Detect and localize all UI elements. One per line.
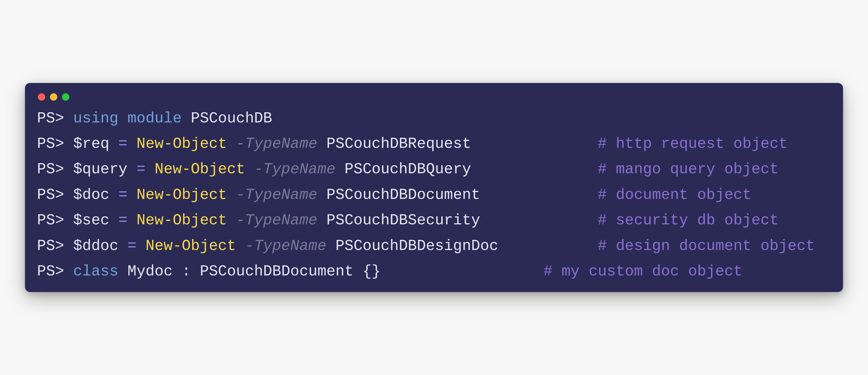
code-token <box>317 186 327 203</box>
code-line: PS> $ddoc = New-Object -TypeName PSCouch… <box>37 238 831 255</box>
code-token: $sec <box>73 212 118 229</box>
code-token: # my custom doc object <box>544 263 742 280</box>
close-icon[interactable] <box>38 93 45 100</box>
zoom-icon[interactable] <box>62 93 69 100</box>
code-line: PS> $query = New-Object -TypeName PSCouc… <box>37 161 831 178</box>
code-line: PS> using module PSCouchDB <box>37 110 831 127</box>
code-token: = <box>136 161 146 178</box>
code-token: PSCouchDBRequest <box>327 135 598 152</box>
code-token: = <box>118 186 127 203</box>
code-token: Mydoc <box>118 263 182 280</box>
code-token: PS> <box>37 161 73 178</box>
code-token: PS> <box>37 135 73 152</box>
code-token: New-Object <box>146 237 236 255</box>
code-token: PSCouchDBQuery <box>344 161 598 178</box>
code-token: module <box>127 110 182 127</box>
code-token: # http request object <box>598 135 788 152</box>
code-token <box>127 186 136 203</box>
code-token <box>236 237 245 255</box>
code-token: New-Object <box>136 135 227 152</box>
minimize-icon[interactable] <box>50 93 57 100</box>
code-token: New-Object <box>136 212 227 229</box>
window-titlebar <box>37 93 831 100</box>
code-token: # mango query object <box>598 161 779 178</box>
code-token <box>327 237 335 255</box>
code-token: : <box>182 263 200 280</box>
code-token <box>245 161 254 178</box>
code-token: PSCouchDBSecurity <box>327 212 598 229</box>
code-token <box>227 135 236 152</box>
code-token: -TypeName <box>236 135 317 152</box>
code-token: -TypeName <box>254 161 335 178</box>
code-token <box>227 212 236 229</box>
code-block: PS> using module PSCouchDBPS> $req = New… <box>37 110 831 280</box>
code-token: PS> <box>37 263 73 280</box>
code-token <box>127 135 136 152</box>
code-token: # security db object <box>598 212 779 229</box>
code-line: PS> $doc = New-Object -TypeName PSCouchD… <box>37 186 831 203</box>
code-line: PS> $sec = New-Object -TypeName PSCouchD… <box>37 212 831 229</box>
code-token: $doc <box>73 186 118 203</box>
code-token: $req <box>73 135 118 152</box>
code-token: PSCouchDB <box>182 110 272 127</box>
code-token: PS> <box>37 186 73 203</box>
code-token: -TypeName <box>245 237 327 255</box>
code-token: # document object <box>598 186 751 203</box>
code-token: -TypeName <box>236 186 317 203</box>
code-line: PS> $req = New-Object -TypeName PSCouchD… <box>37 136 831 152</box>
code-token <box>136 237 146 255</box>
code-token <box>227 186 236 203</box>
code-line: PS> class Mydoc : PSCouchDBDocument {} #… <box>37 263 831 280</box>
code-token <box>317 212 327 229</box>
code-token: PS> <box>37 110 73 127</box>
code-token: PSCouchDBDocument <box>327 186 598 203</box>
code-token: PSCouchDBDesignDoc <box>335 237 598 255</box>
code-token: PS> <box>37 212 73 229</box>
code-token: # design document object <box>598 237 815 255</box>
code-token: = <box>118 212 127 229</box>
terminal-window: PS> using module PSCouchDBPS> $req = New… <box>25 83 843 292</box>
code-token: New-Object <box>155 161 245 178</box>
code-token <box>127 212 136 229</box>
code-token: PS> <box>37 237 73 255</box>
code-token: {} <box>363 263 544 280</box>
code-token <box>118 110 127 127</box>
code-token: $ddoc <box>73 237 127 255</box>
code-token: class <box>73 263 118 280</box>
code-token <box>335 161 344 178</box>
code-token: -TypeName <box>236 212 317 229</box>
code-token <box>317 135 327 152</box>
code-token: using <box>73 110 118 127</box>
code-token: New-Object <box>136 186 227 203</box>
code-token: PSCouchDBDocument <box>200 263 363 280</box>
code-token <box>146 161 155 178</box>
code-token: = <box>118 135 127 152</box>
code-token: $query <box>73 161 136 178</box>
code-token: = <box>127 237 136 255</box>
